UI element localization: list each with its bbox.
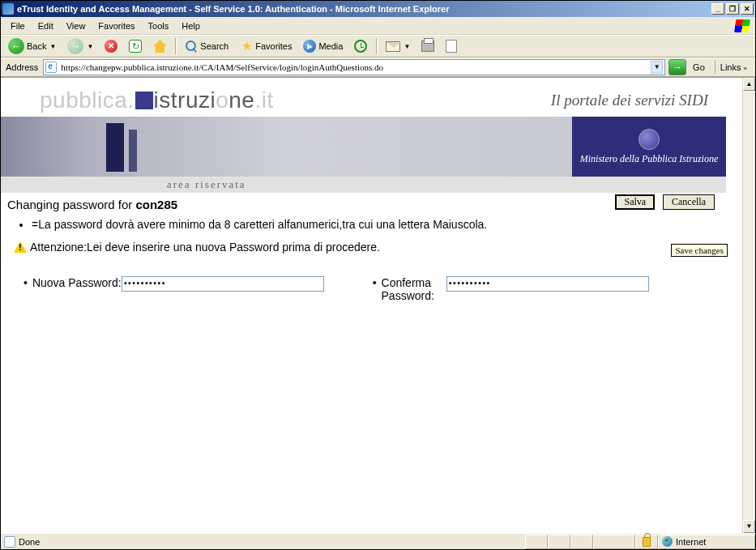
password-rule: =La password dovrà avere minimo da 8 car… (32, 218, 720, 231)
banner-ministry: Ministero della Pubblica Istruzione (572, 117, 726, 177)
star-icon: ★ (240, 40, 253, 53)
warning-icon (14, 241, 27, 253)
media-icon: ▶ (303, 40, 316, 53)
address-combo[interactable]: ▼ (43, 59, 665, 75)
lock-icon (643, 537, 651, 547)
page-viewport: pubblica.istruzione.it Il portale dei se… (1, 77, 755, 533)
stop-icon: ✕ (105, 40, 117, 53)
ministry-text: Ministero della Pubblica Istruzione (580, 153, 719, 165)
print-icon (421, 41, 434, 52)
ie-icon (2, 3, 14, 15)
confirm-password-group: • Conferma Password: (357, 276, 649, 302)
emblem-icon (639, 129, 660, 150)
warning-line: Attenzione:Lei deve inserire una nuova P… (14, 241, 720, 254)
scroll-down-button[interactable]: ▼ (743, 520, 755, 533)
globe-icon (662, 536, 673, 547)
home-button[interactable] (149, 37, 170, 55)
menu-tools[interactable]: Tools (142, 19, 176, 32)
menu-favorites[interactable]: Favorites (92, 19, 141, 32)
history-button[interactable] (350, 37, 371, 55)
forward-button[interactable]: → ▼ (63, 36, 97, 57)
stop-button[interactable]: ✕ (100, 37, 122, 55)
toolbar: ← Back ▼ → ▼ ✕ ↻ Search ★ Favorites ▶ Me… (1, 35, 755, 58)
address-dropdown[interactable]: ▼ (651, 61, 663, 74)
heading-prefix: Changing password for (7, 198, 135, 211)
chevron-down-icon: ▼ (49, 43, 56, 50)
scroll-up-button[interactable]: ▲ (743, 78, 755, 91)
history-icon (354, 40, 367, 53)
save-tooltip: Save changes (671, 244, 728, 257)
new-password-label: Nuova Password: (32, 276, 122, 302)
statusbar: Done Internet (1, 533, 755, 549)
go-button[interactable]: → (668, 59, 686, 75)
warning-text: Attenzione:Lei deve inserire una nuova P… (30, 241, 380, 254)
area-bar: area riservata (1, 177, 726, 193)
favorites-button[interactable]: ★ Favorites (236, 37, 296, 55)
status-text: Done (19, 537, 40, 547)
chevron-down-icon: ▼ (404, 43, 410, 50)
restore-button[interactable]: ❐ (726, 3, 739, 15)
favorites-label: Favorites (255, 41, 292, 51)
close-button[interactable]: ✕ (741, 3, 754, 15)
logo-box-icon (135, 92, 153, 109)
refresh-button[interactable]: ↻ (125, 37, 146, 55)
banner-image (1, 117, 572, 177)
media-label: Media (318, 41, 343, 51)
mail-icon (386, 41, 400, 52)
save-button[interactable]: Salva (615, 194, 655, 210)
chevron-down-icon: ▼ (87, 43, 93, 50)
address-input[interactable] (59, 62, 651, 73)
new-password-group: • Nuova Password: (7, 276, 324, 302)
search-icon (185, 40, 198, 53)
menu-file[interactable]: File (4, 19, 32, 32)
links-button[interactable]: Links » (715, 61, 752, 74)
banner-main: Ministero della Pubblica Istruzione (1, 117, 726, 177)
window-title: eTrust Identity and Access Management - … (17, 4, 710, 14)
menubar: File Edit View Favorites Tools Help (1, 17, 755, 35)
status-cell-3 (570, 535, 593, 549)
status-cell-1 (525, 535, 548, 549)
page-icon (45, 62, 57, 73)
ssl-pane (635, 535, 658, 549)
confirm-password-input[interactable] (446, 276, 649, 292)
media-button[interactable]: ▶ Media (299, 37, 347, 55)
menu-view[interactable]: View (60, 19, 92, 32)
status-cell-4 (593, 535, 635, 549)
new-password-input[interactable] (122, 276, 324, 292)
vertical-scrollbar[interactable]: ▲ ▼ (742, 78, 755, 533)
forward-icon: → (67, 38, 83, 54)
edit-button[interactable] (442, 37, 461, 55)
back-label: Back (27, 41, 46, 51)
status-pane: Done (1, 535, 525, 549)
scroll-track[interactable] (743, 91, 755, 520)
portal-tagline: Il portale dei servizi SIDI (551, 92, 708, 109)
back-button[interactable]: ← Back ▼ (4, 36, 60, 57)
edit-icon (446, 40, 457, 53)
windows-flag-icon (733, 18, 752, 34)
username: con285 (135, 198, 177, 211)
zone-pane: Internet (658, 535, 755, 549)
cancel-button[interactable]: Cancella (663, 194, 715, 210)
status-cell-2 (548, 535, 570, 549)
minimize-button[interactable]: _ (711, 3, 724, 15)
page-icon (4, 536, 15, 548)
search-button[interactable]: Search (181, 37, 233, 55)
back-icon: ← (8, 38, 24, 54)
zone-text: Internet (676, 537, 706, 547)
confirm-password-label: Conferma Password: (382, 276, 446, 302)
window-titlebar: eTrust Identity and Access Management - … (1, 1, 755, 17)
home-icon (153, 40, 166, 53)
menu-edit[interactable]: Edit (32, 19, 60, 32)
refresh-icon: ↻ (129, 40, 142, 53)
search-label: Search (200, 41, 229, 51)
print-button[interactable] (417, 38, 438, 54)
mail-button[interactable]: ▼ (382, 39, 414, 54)
banner-top: pubblica.istruzione.it Il portale dei se… (1, 78, 726, 117)
site-logo: pubblica.istruzione.it (40, 87, 274, 113)
go-label: Go (690, 62, 708, 72)
address-label: Address (4, 62, 40, 72)
menu-help[interactable]: Help (175, 19, 207, 32)
addressbar: Address ▼ → Go Links » (1, 58, 755, 77)
main-content: Salva Cancella Changing password for con… (1, 193, 726, 305)
